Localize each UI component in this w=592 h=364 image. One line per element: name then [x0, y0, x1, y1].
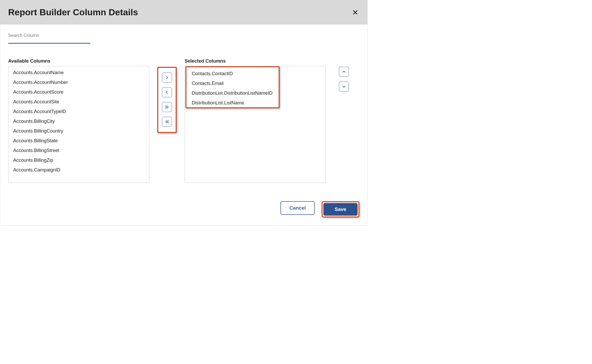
- list-item[interactable]: Accounts.AccountSite: [8, 97, 149, 107]
- list-item[interactable]: DistributionList.ListName: [187, 98, 325, 108]
- list-item[interactable]: DistributionList.DistributionListNameID: [187, 88, 325, 98]
- close-icon: [352, 9, 358, 16]
- list-item[interactable]: Accounts.BillingStreet: [8, 146, 149, 155]
- list-item[interactable]: Accounts.BillingCity: [8, 117, 149, 126]
- dialog-title: Report Builder Column Details: [8, 7, 138, 17]
- list-item[interactable]: Accounts.BillingState: [8, 136, 149, 146]
- move-all-left-button[interactable]: [162, 117, 172, 127]
- list-item[interactable]: Accounts.AccountNumber: [8, 78, 149, 87]
- move-up-button[interactable]: [339, 67, 349, 77]
- list-item[interactable]: Contacts.Email: [187, 79, 325, 88]
- save-highlight: Save: [322, 201, 359, 218]
- list-item[interactable]: Accounts.BillingCountry: [8, 126, 149, 136]
- double-chevron-right-icon: [165, 105, 169, 109]
- chevron-up-icon: [342, 70, 346, 74]
- move-all-right-button[interactable]: [162, 102, 172, 112]
- chevron-right-icon: [165, 75, 169, 80]
- move-down-button[interactable]: [339, 82, 349, 92]
- selected-columns-list[interactable]: Contacts.ContactID Contacts.Email Distri…: [185, 66, 326, 183]
- search-column-input[interactable]: [8, 31, 90, 44]
- dialog-header: Report Builder Column Details: [0, 0, 367, 24]
- double-chevron-left-icon: [165, 120, 169, 124]
- list-item[interactable]: Accounts.BillingZip: [8, 155, 149, 165]
- transfer-controls: [149, 58, 185, 133]
- move-right-button[interactable]: [162, 73, 172, 83]
- available-column-section: Available Columns Accounts.AccountName A…: [8, 58, 149, 183]
- list-item[interactable]: Contacts.ContactID: [187, 69, 325, 79]
- selected-label: Selected Columns: [185, 58, 326, 64]
- cancel-button[interactable]: Cancel: [280, 201, 315, 215]
- search-wrap: [8, 31, 359, 44]
- available-label: Available Columns: [8, 58, 149, 64]
- list-item[interactable]: Accounts.AccountTypeID: [8, 107, 149, 117]
- list-item[interactable]: Accounts.AccountName: [8, 68, 149, 78]
- list-item[interactable]: Accounts.AccountScore: [8, 87, 149, 97]
- chevron-left-icon: [165, 90, 169, 94]
- available-columns-list[interactable]: Accounts.AccountName Accounts.AccountNum…: [8, 66, 149, 183]
- dialog-footer: Cancel Save: [8, 201, 359, 218]
- chevron-down-icon: [342, 84, 346, 89]
- selected-column-section: Selected Columns Contacts.ContactID Cont…: [185, 58, 326, 183]
- transfer-highlight: [157, 67, 177, 133]
- move-left-button[interactable]: [162, 87, 172, 97]
- column-details-dialog: Report Builder Column Details Available …: [0, 0, 368, 226]
- list-item[interactable]: Accounts.CampaignID: [8, 165, 149, 175]
- order-controls: [326, 58, 359, 96]
- dialog-body: Available Columns Accounts.AccountName A…: [0, 24, 367, 225]
- save-button[interactable]: Save: [323, 203, 358, 216]
- close-button[interactable]: [351, 8, 359, 17]
- columns-row: Available Columns Accounts.AccountName A…: [8, 58, 359, 183]
